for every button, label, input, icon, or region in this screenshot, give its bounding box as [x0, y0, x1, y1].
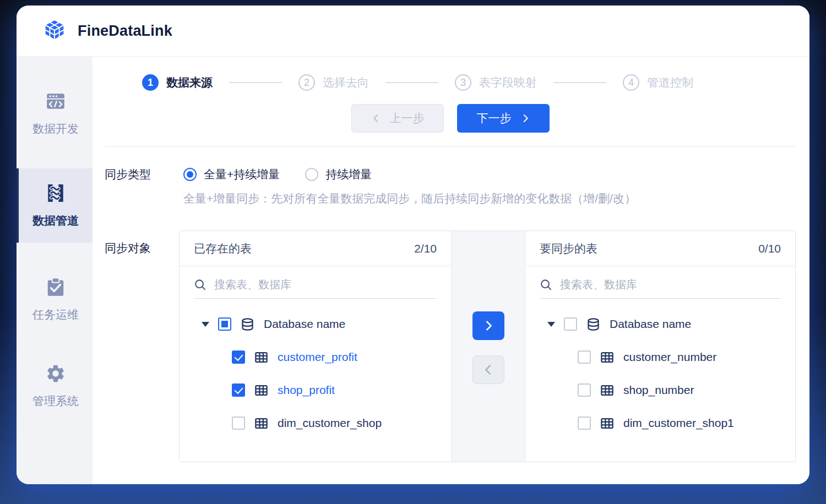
sidebar-item-label: 管理系统 [32, 393, 79, 409]
sync-object-label: 同步对象 [105, 240, 157, 256]
main-content: 1 数据来源 2 选择去向 3 表字段映射 4 管道控制 [93, 57, 809, 484]
tree-node-label: dim_customer_shop1 [623, 417, 734, 430]
step-label: 表字段映射 [479, 75, 537, 90]
tree-node-table[interactable]: shop_profit [202, 379, 442, 401]
sidebar-item-data-dev[interactable]: 数据开发 [17, 91, 93, 136]
brand-cube-icon [42, 18, 67, 43]
right-search-input[interactable] [560, 278, 781, 291]
database-icon [586, 317, 601, 332]
tree-node-table[interactable]: dim_customer_shop1 [547, 412, 786, 434]
tables-to-sync-header: 要同步的表 0/10 [525, 231, 795, 266]
tree-node-database[interactable]: Database name [547, 313, 786, 335]
chevron-right-icon [482, 320, 494, 332]
next-step-label: 下一步 [477, 111, 512, 126]
caret-expanded-icon[interactable] [202, 322, 209, 327]
step-select-destination: 2 选择去向 [298, 74, 369, 91]
sidebar-item-label: 数据开发 [32, 121, 79, 136]
table-icon [254, 383, 269, 398]
tree-node-table[interactable]: customer_number [547, 346, 786, 368]
step-number: 2 [298, 74, 315, 91]
app-header: FineDataLink [17, 6, 809, 57]
panel-title: 已存在的表 [194, 241, 252, 256]
tree-node-label: dim_customer_shop [278, 417, 382, 430]
table-icon [600, 350, 615, 365]
table-icon [254, 416, 269, 431]
database-icon [240, 317, 255, 332]
sidebar-item-label: 任务运维 [32, 307, 79, 322]
stepper: 1 数据来源 2 选择去向 3 表字段映射 4 管道控制 [142, 73, 796, 92]
sidebar: 数据开发 数据管道 [17, 57, 93, 484]
tree-node-table[interactable]: dim_customer_shop [202, 412, 442, 434]
clipboard-check-icon [45, 277, 66, 298]
table-transfer: 已存在的表 2/10 [179, 231, 796, 462]
checkbox-unchecked[interactable] [578, 350, 591, 364]
app-window: FineDataLink 数据开发 [17, 6, 809, 484]
sync-type-row: 同步类型 全量+持续增量 持续增量 [105, 167, 796, 182]
search-icon [540, 278, 552, 291]
step-actions: 上一步 下一步 [351, 104, 796, 133]
radio-option-label: 持续增量 [325, 167, 372, 182]
sidebar-item-admin-system[interactable]: 管理系统 [17, 363, 93, 409]
step-connector [553, 82, 606, 83]
radio-incremental-only[interactable]: 持续增量 [305, 167, 372, 182]
move-left-button[interactable] [472, 355, 504, 384]
next-step-button[interactable]: 下一步 [457, 104, 550, 133]
tree-node-database[interactable]: Database name [202, 313, 442, 335]
table-icon [600, 383, 615, 398]
step-number: 1 [142, 74, 159, 91]
sidebar-item-data-pipeline[interactable]: 数据管道 [17, 168, 93, 243]
checkbox-unchecked[interactable] [578, 417, 591, 430]
checkbox-indeterminate[interactable] [218, 317, 231, 331]
table-icon [254, 350, 269, 365]
caret-expanded-icon[interactable] [547, 322, 555, 327]
sidebar-item-label: 数据管道 [32, 213, 79, 228]
tree-node-label: Database name [610, 317, 691, 331]
tables-to-sync-panel: 要同步的表 0/10 [525, 231, 795, 462]
tree-node-label: shop_profit [278, 384, 335, 397]
prev-step-label: 上一步 [390, 111, 425, 126]
step-label: 选择去向 [323, 75, 369, 90]
code-window-icon [45, 91, 66, 112]
tree-node-label: Database name [264, 317, 345, 331]
search-icon [194, 278, 206, 291]
checkbox-unchecked[interactable] [564, 317, 577, 331]
radio-full-plus-incremental[interactable]: 全量+持续增量 [183, 167, 280, 182]
chevron-right-icon [520, 113, 530, 123]
step-number: 3 [455, 74, 471, 91]
tree-node-label: shop_number [623, 384, 694, 397]
tree-node-table[interactable]: shop_number [547, 379, 786, 401]
step-label: 数据来源 [166, 75, 213, 90]
checkbox-unchecked[interactable] [232, 417, 245, 430]
brand-name: FineDataLink [78, 23, 172, 40]
existing-tables-header: 已存在的表 2/10 [180, 231, 451, 266]
step-connector [385, 82, 438, 83]
left-search-input[interactable] [214, 278, 437, 291]
step-field-mapping: 3 表字段映射 [455, 74, 537, 91]
existing-tables-panel: 已存在的表 2/10 [180, 231, 451, 462]
checkbox-unchecked[interactable] [578, 384, 591, 397]
sync-type-options: 全量+持续增量 持续增量 [183, 167, 372, 182]
checkbox-checked[interactable] [232, 350, 245, 364]
move-right-button[interactable] [472, 311, 504, 340]
section-divider [105, 146, 796, 147]
step-label: 管道控制 [647, 75, 693, 90]
step-pipeline-control: 4 管道控制 [623, 74, 693, 91]
step-number: 4 [623, 74, 639, 91]
right-table-tree: Database name [525, 299, 795, 445]
panel-title: 要同步的表 [540, 241, 597, 256]
left-table-tree: Database name [180, 299, 451, 445]
step-data-source: 1 数据来源 [142, 74, 213, 91]
prev-step-button[interactable]: 上一步 [351, 104, 444, 133]
selected-count-badge: 2/10 [414, 242, 437, 255]
pipeline-icon [45, 183, 66, 204]
checkbox-checked[interactable] [232, 384, 245, 397]
radio-unselected-icon [305, 168, 318, 181]
sidebar-item-task-ops[interactable]: 任务运维 [17, 277, 93, 322]
selected-count-badge: 0/10 [758, 242, 781, 255]
step-connector [229, 82, 282, 83]
chevron-left-icon [371, 113, 381, 123]
tree-node-table[interactable]: customer_profit [202, 346, 442, 368]
tree-node-label: customer_profit [278, 350, 357, 364]
radio-selected-icon [183, 168, 197, 181]
sync-object-row: 同步对象 已存在的表 2/10 [105, 231, 796, 462]
